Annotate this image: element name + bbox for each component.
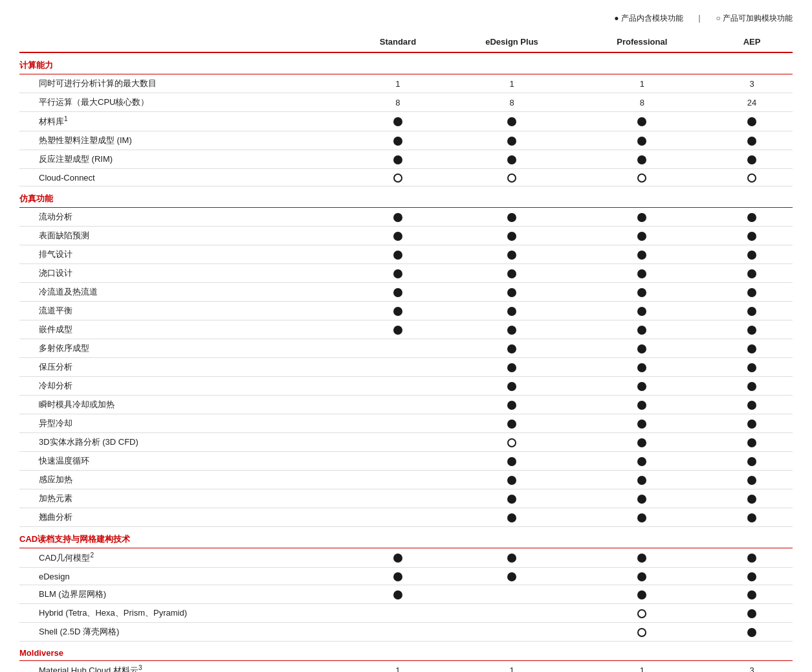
cell-standard <box>345 568 451 585</box>
filled-circle-icon <box>393 213 402 222</box>
filled-circle-icon <box>507 269 516 278</box>
cell-edesign <box>451 568 573 585</box>
cell-professional <box>573 622 711 641</box>
cell-aep <box>711 169 793 186</box>
col-header-name <box>19 32 345 52</box>
filled-circle-icon <box>637 495 646 504</box>
legend-separator: ｜ <box>696 14 703 23</box>
cell-professional <box>573 245 711 263</box>
section-label-compute: 计算能力 <box>19 52 793 74</box>
cell-aep <box>711 207 793 226</box>
filled-circle-icon <box>507 288 516 297</box>
cell-professional <box>573 548 711 567</box>
filled-circle-icon <box>507 572 516 581</box>
feature-name-cell: 翘曲分析 <box>19 508 345 526</box>
filled-circle-icon <box>393 326 402 335</box>
feature-name-cell: 浇口设计 <box>19 263 345 282</box>
feature-name-cell: 加热元素 <box>19 489 345 508</box>
filled-circle-icon <box>393 288 402 297</box>
cell-standard <box>345 207 451 226</box>
cell-edesign <box>451 339 573 357</box>
section-header-simulation: 仿真功能 <box>19 186 793 207</box>
cell-standard <box>345 169 451 186</box>
cell-standard <box>345 301 451 320</box>
filled-circle-icon <box>637 251 646 260</box>
cell-edesign <box>451 508 573 526</box>
filled-circle-icon <box>637 590 646 599</box>
filled-circle-icon <box>393 269 402 278</box>
filled-circle-icon <box>637 554 646 563</box>
table-row: 多射依序成型 <box>19 339 793 357</box>
filled-circle-icon <box>747 628 756 637</box>
cell-standard <box>345 376 451 395</box>
filled-circle-icon <box>507 382 516 391</box>
legend-empty: ○ 产品可加购模块功能 <box>716 14 793 23</box>
cell-aep: 24 <box>711 93 793 112</box>
cell-aep <box>711 451 793 470</box>
cell-professional <box>573 357 711 376</box>
cell-standard: 8 <box>345 93 451 112</box>
filled-circle-icon <box>747 572 756 581</box>
feature-name-cell: 表面缺陷预测 <box>19 226 345 245</box>
cell-standard <box>345 622 451 641</box>
cell-aep <box>711 263 793 282</box>
cell-aep <box>711 226 793 245</box>
filled-circle-icon <box>747 269 756 278</box>
filled-circle-icon <box>637 326 646 335</box>
cell-edesign <box>451 301 573 320</box>
filled-circle-icon <box>637 382 646 391</box>
filled-circle-icon <box>637 513 646 522</box>
cell-aep: 3 <box>711 74 793 93</box>
table-row: 感应加热 <box>19 470 793 489</box>
table-row: 加热元素 <box>19 489 793 508</box>
cell-standard <box>345 470 451 489</box>
cell-standard <box>345 357 451 376</box>
col-header-edesign: eDesign Plus <box>451 32 573 52</box>
cell-professional <box>573 585 711 603</box>
filled-circle-icon <box>507 401 516 410</box>
table-row: Hybrid (Tetra、Hexa、Prism、Pyramid) <box>19 603 793 622</box>
empty-circle-icon <box>637 174 646 183</box>
table-row: 嵌件成型 <box>19 320 793 339</box>
cell-standard <box>345 339 451 357</box>
filled-circle-icon <box>747 288 756 297</box>
table-row: 快速温度循环 <box>19 451 793 470</box>
cell-professional <box>573 470 711 489</box>
table-row: 排气设计 <box>19 245 793 263</box>
feature-name-cell: 热塑性塑料注塑成型 (IM) <box>19 131 345 150</box>
filled-circle-icon <box>747 251 756 260</box>
section-label-cad: CAD读档支持与网格建构技术 <box>19 526 793 548</box>
cell-professional <box>573 339 711 357</box>
filled-circle-icon <box>507 476 516 485</box>
cell-standard: 1 <box>345 660 451 672</box>
cell-standard <box>345 489 451 508</box>
section-label-simulation: 仿真功能 <box>19 186 793 207</box>
table-header-row: Standard eDesign Plus Professional AEP <box>19 32 793 52</box>
cell-professional <box>573 508 711 526</box>
feature-name-cell: 3D实体水路分析 (3D CFD) <box>19 432 345 451</box>
section-header-cad: CAD读档支持与网格建构技术 <box>19 526 793 548</box>
cell-edesign <box>451 603 573 622</box>
filled-circle-icon <box>747 326 756 335</box>
cell-aep <box>711 357 793 376</box>
cell-edesign <box>451 245 573 263</box>
filled-circle-icon <box>637 363 646 372</box>
cell-edesign <box>451 451 573 470</box>
filled-circle-icon <box>507 420 516 429</box>
feature-name-cell: 保压分析 <box>19 357 345 376</box>
table-row: 保压分析 <box>19 357 793 376</box>
table-row: Cloud-Connect <box>19 169 793 186</box>
cell-edesign <box>451 622 573 641</box>
table-row: Shell (2.5D 薄壳网格) <box>19 622 793 641</box>
cell-professional <box>573 301 711 320</box>
table-row: CAD几何模型2 <box>19 548 793 567</box>
filled-circle-icon <box>747 590 756 599</box>
filled-circle-icon <box>507 213 516 222</box>
legend-filled: ● 产品内含模块功能 <box>614 14 683 23</box>
filled-circle-icon <box>747 476 756 485</box>
cell-edesign <box>451 131 573 150</box>
filled-circle-icon <box>747 307 756 316</box>
table-row: 反应注塑成型 (RIM) <box>19 150 793 169</box>
cell-standard <box>345 245 451 263</box>
cell-aep: 3 <box>711 660 793 672</box>
